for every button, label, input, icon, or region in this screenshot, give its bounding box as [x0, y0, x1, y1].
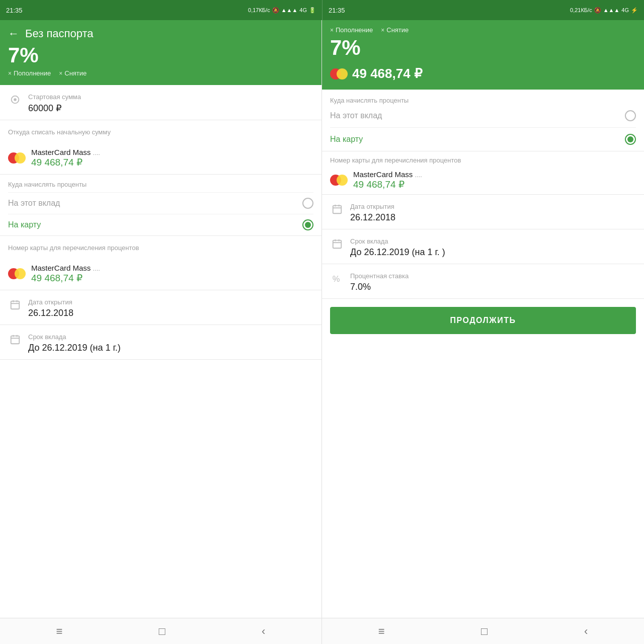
left-time: 21:35 — [6, 7, 23, 14]
left-back-icon[interactable]: ‹ — [262, 625, 265, 638]
source-card-dots: .... — [93, 149, 100, 156]
piggy-icon-container — [8, 93, 22, 105]
source-card-balance: 49 468,74 ₽ — [31, 156, 100, 168]
open-date-label: Дата открытия — [28, 298, 313, 306]
bottom-nav: ≡ □ ‹ ≡ □ ‹ — [0, 618, 644, 644]
svg-point-1 — [14, 98, 17, 101]
right-network-label: 4G — [621, 7, 629, 13]
calendar-icon — [10, 299, 21, 310]
right-rate-section: % Процентная ставка 7.0% — [322, 264, 644, 299]
svg-text:%: % — [333, 274, 340, 283]
svg-rect-2 — [11, 301, 20, 309]
interest-card-label: На карту — [8, 220, 41, 229]
right-panel-header: × Пополнение × Снятие 7% 49 468,74 ₽ — [322, 20, 644, 90]
right-interest-section: На этот вклад На карту — [322, 104, 644, 151]
interest-deposit-radio[interactable] — [302, 198, 313, 209]
open-date-section: Дата открытия 26.12.2018 — [0, 290, 321, 325]
source-label: Откуда списать начальную сумму — [8, 128, 111, 136]
right-card-interest-label: Номер карты для перечисления процентов — [330, 156, 636, 164]
right-topup-x-icon: × — [330, 27, 334, 34]
right-withdraw-x-icon: × — [381, 27, 384, 34]
right-term-label: Срок вклада — [350, 237, 636, 245]
left-signal-icon: ▲▲▲ — [281, 7, 298, 13]
left-battery-icon: 🔋 — [309, 7, 316, 14]
interest-option-deposit[interactable]: На этот вклад — [8, 192, 313, 214]
right-term-value: До 26.12.2019 (на 1 г. ) — [350, 247, 636, 258]
right-time: 21:35 — [329, 7, 345, 14]
card-interest-section: Номер карты для перечисления процентов M… — [0, 236, 321, 290]
right-card-header-row: 49 468,74 ₽ — [330, 62, 636, 82]
interest-section: Куда начислять проценты На этот вклад На… — [0, 175, 321, 236]
interest-option-card[interactable]: На карту — [8, 214, 313, 235]
right-interest-card[interactable]: На карту — [330, 128, 636, 151]
right-status-bar: 21:35 0,21КБ/с 🔕 ▲▲▲ 4G ⚡ — [322, 0, 644, 20]
right-open-date-section: Дата открытия 26.12.2018 — [322, 195, 644, 229]
term-calendar-icon — [10, 334, 21, 345]
right-rate-label: Процентная ставка — [350, 272, 636, 280]
term-label: Срок вклада — [28, 333, 313, 341]
right-deposit-label: На этот вклад — [330, 111, 382, 120]
left-bottom-nav: ≡ □ ‹ — [0, 618, 322, 644]
back-button[interactable]: ← — [8, 27, 19, 40]
right-percent: 7% — [330, 36, 636, 60]
right-open-date-value: 26.12.2018 — [350, 212, 636, 223]
withdraw-label: Снятие — [64, 69, 87, 77]
right-network-info: 0,21КБ/с — [570, 7, 592, 13]
card-interest-label: Номер карты для перечисления процентов — [8, 244, 139, 252]
right-term-calendar-icon — [332, 238, 343, 250]
source-card-name: MasterCard Mass .... — [31, 148, 100, 156]
start-sum-label: Стартовая сумма — [28, 93, 313, 101]
right-card-radio-label: На карту — [330, 135, 363, 144]
continue-button[interactable]: ПРОДОЛЖИТЬ — [330, 307, 636, 334]
right-interest-card-dots: .... — [415, 171, 422, 179]
right-panel: × Пополнение × Снятие 7% 49 468,74 ₽ К — [322, 20, 644, 618]
right-header-mc-icon — [330, 68, 348, 80]
interest-card-radio[interactable] — [302, 219, 313, 230]
interest-mastercard-icon — [8, 268, 26, 280]
left-bell-icon: 🔕 — [272, 7, 279, 14]
source-section: Откуда списать начальную сумму MasterCar… — [0, 120, 321, 175]
right-interest-card-balance: 49 468,74 ₽ — [353, 179, 636, 190]
left-tags: × Пополнение × Снятие — [8, 69, 313, 77]
withdraw-x-icon: × — [59, 70, 62, 77]
right-interest-deposit[interactable]: На этот вклад — [330, 104, 636, 128]
calendar-icon-container — [8, 298, 22, 310]
right-tags: × Пополнение × Снятие — [330, 26, 636, 34]
left-panel-header: ← Без паспорта 7% × Пополнение × Снятие — [0, 20, 321, 85]
left-percent: 7% — [8, 43, 313, 67]
term-section: Срок вклада До 26.12.2019 (на 1 г.) — [0, 325, 321, 360]
left-network-info: 0,17КБ/с — [248, 7, 270, 13]
term-value: До 26.12.2019 (на 1 г.) — [28, 343, 313, 353]
right-term-section: Срок вклада До 26.12.2019 (на 1 г. ) — [322, 229, 644, 264]
left-menu-icon[interactable]: ≡ — [56, 625, 63, 638]
right-header-amount: 49 468,74 ₽ — [352, 66, 423, 82]
right-menu-icon[interactable]: ≡ — [378, 625, 385, 638]
right-home-icon[interactable]: □ — [481, 625, 488, 638]
left-panel-title: Без паспорта — [25, 27, 94, 40]
interest-deposit-label: На этот вклад — [8, 199, 60, 208]
interest-card-dots: .... — [93, 265, 100, 272]
right-term-calendar-icon-container — [330, 237, 344, 250]
left-network-label: 4G — [299, 7, 307, 13]
right-bottom-nav: ≡ □ ‹ — [322, 618, 644, 644]
start-sum-value: 60000 ₽ — [28, 103, 313, 114]
right-rate-icon: % — [332, 273, 343, 284]
right-rate-icon-container: % — [330, 272, 344, 284]
left-panel: ← Без паспорта 7% × Пополнение × Снятие — [0, 20, 322, 618]
left-home-icon[interactable]: □ — [159, 625, 166, 638]
topup-label: Пополнение — [14, 69, 51, 77]
open-date-value: 26.12.2018 — [28, 308, 313, 318]
right-calendar-icon-container — [330, 203, 344, 215]
right-back-icon[interactable]: ‹ — [584, 625, 588, 638]
right-interest-heading: Куда начислять проценты — [322, 90, 644, 104]
right-withdraw-label: Снятие — [386, 26, 409, 34]
right-deposit-radio[interactable] — [625, 110, 636, 121]
right-card-radio[interactable] — [625, 134, 636, 145]
right-interest-card-name: MasterCard Mass .... — [353, 170, 636, 179]
right-card-interest-section: Номер карты для перечисления процентов M… — [322, 151, 644, 195]
interest-card-name: MasterCard Mass .... — [31, 264, 100, 272]
left-status-bar: 21:35 0,17КБ/с 🔕 ▲▲▲ 4G 🔋 — [0, 0, 322, 20]
source-mastercard-icon — [8, 152, 26, 164]
right-rate-value: 7.0% — [350, 282, 636, 292]
interest-card-balance: 49 468,74 ₽ — [31, 272, 100, 284]
